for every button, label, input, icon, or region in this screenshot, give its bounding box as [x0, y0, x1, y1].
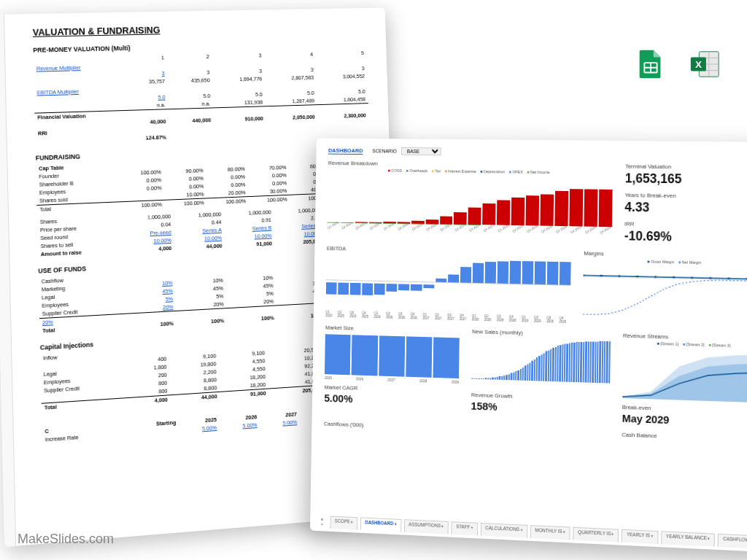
market-chart: [325, 332, 460, 378]
scenario-select[interactable]: BASE: [400, 147, 441, 155]
svg-point-11: [583, 274, 585, 276]
breakeven-value: May 2029: [622, 412, 747, 429]
svg-point-19: [727, 278, 730, 280]
app-icons: X: [634, 47, 721, 81]
tab-yearly-is[interactable]: YEARLY IS: [622, 529, 658, 544]
dashboard-tab[interactable]: DASHBOARD: [328, 147, 363, 155]
scenario-label: SCENARIO: [372, 149, 397, 154]
svg-point-13: [618, 275, 621, 277]
svg-point-14: [636, 276, 639, 278]
excel-icon: X: [688, 47, 721, 81]
tab-staff[interactable]: STAFF: [452, 521, 478, 535]
tab-quarterly-is[interactable]: QUARTERLY IS: [573, 527, 619, 542]
sheet-title: VALUATION & FUNDRAISING: [33, 20, 366, 38]
svg-point-18: [709, 277, 712, 279]
rev-breakdown-chart: Q1 2025Q2 2025Q3 2025Q4 2025Q1 2026Q2 20…: [327, 173, 612, 232]
ebitda-chart: Q1 2025Q2 2025Q3 2025Q4 2025Q1 2026Q2 20…: [325, 253, 571, 324]
tab-monthly-is[interactable]: MONTHLY IS: [530, 525, 570, 540]
svg-point-16: [673, 276, 676, 279]
tab-cashflow[interactable]: CASHFLOW: [718, 534, 747, 549]
dashboard-header: DASHBOARD SCENARIO BASE: [328, 147, 747, 159]
sheet-tabs: ≡ + SCOPE DASHBOARD ASSUMPTIONS STAFF CA…: [317, 516, 747, 550]
revstreams-chart: [622, 346, 747, 403]
irr-value: -10.69%: [624, 228, 747, 246]
google-sheets-icon: [634, 47, 667, 81]
terminal-valuation: 1,653,165: [625, 171, 747, 188]
tab-yearly-balance[interactable]: YEARLY BALANCE: [661, 531, 715, 546]
tab-calculations[interactable]: CALCULATIONS: [481, 523, 527, 538]
tab-dashboard[interactable]: DASHBOARD: [360, 517, 401, 532]
years-breakeven: 4.33: [624, 200, 747, 217]
watermark: MakeSlides.com: [18, 532, 114, 547]
margins-chart: [583, 264, 747, 320]
svg-point-15: [654, 276, 657, 278]
svg-point-12: [600, 275, 603, 277]
cagr-value: 5.00%: [324, 392, 459, 408]
tab-assumptions[interactable]: ASSUMPTIONS: [404, 519, 449, 534]
svg-point-17: [691, 277, 694, 279]
cashbal-title: Cash Balance: [622, 432, 747, 443]
cashflows-title: Cashflows ('000): [324, 421, 609, 438]
tab-scope[interactable]: SCOPE: [330, 516, 357, 530]
svg-text:X: X: [695, 59, 702, 70]
premoney-table: 12345 Revenue Multiplier 33333 35,757435…: [34, 49, 370, 145]
kpi-block: Terminal Valuation 1,653,165 Years to Br…: [624, 163, 747, 246]
dashboard-spreadsheet: DASHBOARD SCENARIO BASE Revenue Breakdow…: [310, 138, 747, 552]
newsales-chart: [471, 336, 610, 384]
